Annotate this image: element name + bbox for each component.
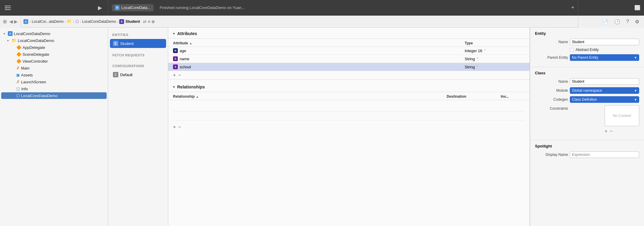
tree-item-viewcontroller[interactable]: ▾ 🔶 ViewController [1, 58, 107, 64]
rel-sort-icon: ▲ [196, 95, 199, 98]
attribute-row-age[interactable]: N age Integer 16 ⌃ [168, 47, 530, 55]
history-icon[interactable]: 🕐 [614, 19, 620, 25]
attribute-row-name[interactable]: S name String ⌃ [168, 55, 530, 63]
add-relationship-button[interactable]: + [173, 125, 176, 129]
window-icon: ⬜ [634, 5, 640, 10]
back-button[interactable]: ◀ [9, 19, 13, 24]
remove-attribute-button[interactable]: − [178, 73, 181, 78]
col-attribute-label: Attribute [173, 41, 188, 45]
add-tab-button[interactable]: + [567, 4, 578, 11]
badge-n-age: N [173, 48, 178, 53]
refresh-button[interactable]: ⇄ [143, 19, 147, 24]
remove-relationship-button[interactable]: − [178, 125, 181, 129]
attr-name-name: name [180, 57, 190, 61]
display-name-field[interactable] [570, 151, 639, 158]
fetch-requests-title: FETCH REQUESTS [108, 52, 168, 59]
breadcrumb: A › LocalCor...ataDemo › 📁 › ⬡ › LocalCo… [21, 16, 578, 27]
swift-icon: 🔶 [16, 45, 21, 50]
relationships-divider [168, 92, 530, 92]
play-button[interactable]: ▶ [96, 4, 104, 11]
swift-icon: 🔶 [16, 59, 21, 64]
breadcrumb-project[interactable]: LocalCoreDataDemo [82, 19, 116, 24]
breadcrumb-sep-4: › [80, 20, 81, 23]
tree-item-info[interactable]: ▾ ◫ Info [1, 85, 107, 92]
module-select[interactable]: Global namespace ▼ [570, 87, 639, 94]
chevron-icon: ▾ [7, 39, 10, 42]
attr-type-age: Integer 16 [465, 49, 482, 53]
breadcrumb-sep-1: › [29, 20, 31, 23]
tree-item-launchscreen[interactable]: ▾ ✗ LaunchScreen [1, 79, 107, 85]
codegen-select[interactable]: Class Definition ▼ [570, 96, 639, 103]
codegen-row: Codegen Class Definition ▼ [535, 96, 639, 103]
rel-divider-top [168, 79, 530, 80]
center-panel: ▾ Attributes Attribute ▲ Type N age Inte… [168, 28, 530, 226]
sidebar-toggle-button[interactable] [4, 4, 12, 11]
class-name-label: Name [535, 79, 568, 84]
active-tab[interactable]: A LocalCoreData... [112, 4, 154, 11]
breadcrumb-folder-icon: 📁 [67, 19, 72, 24]
codegen-label: Codegen [535, 97, 568, 102]
tree-item-localcoredatademo-root[interactable]: ▾ A LocalCoreDataDemo [1, 30, 107, 37]
config-default[interactable]: C Default [110, 70, 166, 79]
breadcrumb-entity-name[interactable]: Student [125, 19, 140, 24]
relationships-table-header: Relationship ▲ Destination Inv... [168, 93, 530, 100]
forward-button[interactable]: ▶ [14, 19, 18, 24]
breadcrumb-app-icon: A [23, 19, 28, 24]
attribute-row-school[interactable]: S school String ⌃ [168, 63, 530, 71]
config-badge-default: C [113, 72, 118, 77]
parent-entity-row: Parent Entity No Parent Entity ▼ [535, 54, 639, 61]
tree-label-launchscreen: LaunchScreen [21, 80, 46, 84]
add-breadcrumb-button[interactable]: ⊕ [151, 19, 155, 24]
relationships-chevron-icon: ▾ [173, 85, 175, 89]
coredata-icon: ⬡ [16, 93, 20, 98]
tree-label-folder: LocalCoreDataDemo [18, 38, 54, 43]
constraints-label: Constraints [535, 106, 568, 111]
parent-entity-select[interactable]: No Parent Entity ▼ [570, 54, 639, 61]
tree-item-appdelegate[interactable]: ▾ 🔶 AppDelegate [1, 44, 107, 51]
add-attribute-button[interactable]: + [173, 73, 176, 78]
remove-constraint-button[interactable]: − [610, 129, 612, 134]
help-icon[interactable]: ? [626, 19, 629, 24]
tab-app-icon: A [115, 5, 120, 10]
module-value: Global namespace [572, 88, 602, 93]
tree-label-viewcontroller: ViewController [23, 59, 48, 64]
type-chevron-name: ⌃ [476, 57, 479, 61]
attributes-section-title: Attributes [177, 31, 197, 36]
rel-empty-row-2 [173, 112, 525, 120]
relationships-section-title: Relationships [177, 85, 205, 89]
class-name-field[interactable] [570, 78, 639, 85]
relationships-add-remove: + − [168, 123, 530, 131]
tree-item-localcoredatademo-folder[interactable]: ▾ 📁 LocalCoreDataDemo [1, 37, 107, 44]
tree-label-main: Main [21, 66, 29, 70]
entity-student[interactable]: E Student [110, 39, 166, 48]
abstract-entity-row: Abstract Entity [570, 48, 639, 52]
attributes-chevron-icon: ▾ [173, 32, 175, 36]
list-view-button[interactable]: ≡ [148, 19, 150, 24]
filter-icon[interactable]: ⚙ [635, 19, 639, 25]
configurations-title: CONFIGURATIONS [108, 62, 168, 70]
codegen-chevron-icon: ▼ [634, 98, 637, 101]
file-inspector-icon[interactable]: 📄 [602, 19, 608, 25]
tree-item-scenedelegate[interactable]: ▾ 🔶 SceneDelegate [1, 51, 107, 58]
entity-section-title: Entity [535, 31, 639, 36]
tree-item-main[interactable]: ▾ ✗ Main [1, 65, 107, 71]
constraints-row: Constraints No Content + − [535, 105, 639, 134]
entity-name-label: Name [535, 40, 568, 44]
file-tree: ▾ A LocalCoreDataDemo ▾ 📁 LocalCoreDataD… [0, 28, 108, 102]
parent-entity-chevron-icon: ▼ [634, 56, 637, 59]
entity-name-field[interactable] [570, 39, 639, 45]
config-label-default: Default [120, 73, 132, 77]
tree-item-coredata[interactable]: ▾ ⬡ LocalCoreDataDemo [1, 92, 107, 99]
badge-s-name: S [173, 56, 178, 61]
breadcrumb-localcor[interactable]: LocalCor...ataDemo [32, 19, 64, 24]
grid-view-button[interactable]: ⊞ [3, 19, 7, 24]
launchscreen-icon: ✗ [16, 79, 20, 84]
breadcrumb-sep-2: › [65, 20, 66, 23]
tree-label-root: LocalCoreDataDemo [14, 31, 50, 36]
abstract-entity-checkbox[interactable] [570, 48, 574, 52]
col-type-label: Type [465, 41, 525, 45]
tree-item-assets[interactable]: ▾ ◼ Assets [1, 72, 107, 78]
tab-label: LocalCoreData... [121, 5, 151, 10]
relationships-section-header: ▾ Relationships [168, 81, 530, 92]
add-constraint-button[interactable]: + [605, 129, 607, 134]
